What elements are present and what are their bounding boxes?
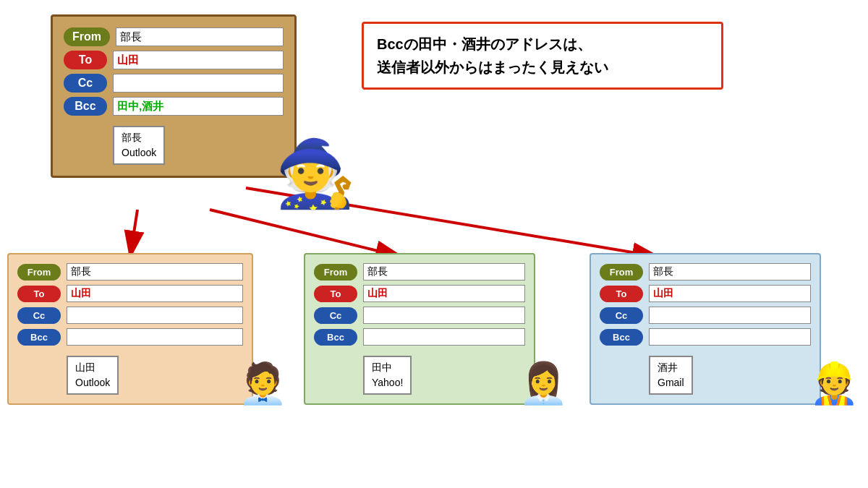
yamada-from-input[interactable]	[67, 263, 243, 281]
tanaka-card-line2: Yahoo!	[372, 375, 403, 390]
tanaka-card-line1: 田中	[372, 360, 403, 375]
sender-to-row: To	[64, 51, 284, 69]
yamada-cc-row: Cc	[17, 307, 243, 324]
sakai-to-label: To	[600, 286, 643, 302]
tanaka-name-card: 田中 Yahoo!	[363, 356, 412, 395]
yamada-to-label: To	[17, 286, 61, 302]
yamada-to-row: To	[17, 285, 243, 302]
tanaka-to-label: To	[314, 286, 357, 302]
tanaka-character: 👩‍💼	[519, 364, 569, 403]
tanaka-cc-row: Cc	[314, 307, 525, 324]
sakai-cc-input[interactable]	[649, 307, 811, 324]
sender-bcc-row: Bcc	[64, 97, 284, 116]
sakai-bcc-row: Bcc	[600, 328, 811, 346]
tanaka-cc-label: Cc	[314, 307, 357, 324]
sender-cc-row: Cc	[64, 74, 284, 93]
sender-name-card: 部長 Outlook	[113, 126, 165, 165]
sakai-from-label: From	[600, 264, 643, 281]
tanaka-from-row: From	[314, 263, 525, 281]
sender-bcc-input[interactable]	[113, 97, 284, 116]
yamada-bcc-input[interactable]	[67, 328, 243, 346]
sakai-from-input[interactable]	[649, 263, 811, 281]
tanaka-cc-input[interactable]	[363, 307, 525, 324]
yamada-card-line2: Outlook	[75, 375, 110, 390]
yamada-bcc-row: Bcc	[17, 328, 243, 346]
tanaka-bcc-row: Bcc	[314, 328, 525, 346]
sender-to-input[interactable]	[113, 51, 284, 69]
svg-line-2	[210, 210, 401, 257]
sender-email-box: From To Cc Bcc 部長 Outlook	[51, 14, 297, 178]
sakai-cc-row: Cc	[600, 307, 811, 324]
sender-from-input[interactable]	[116, 27, 284, 46]
yamada-from-label: From	[17, 264, 61, 281]
tanaka-bcc-label: Bcc	[314, 329, 357, 346]
tanaka-email-box: From To Cc Bcc 田中 Yahoo! 👩‍💼	[304, 253, 535, 405]
yamada-from-row: From	[17, 263, 243, 281]
yamada-cc-label: Cc	[17, 307, 61, 324]
annotation-line1: Bccの田中・酒井のアドレスは、	[377, 33, 708, 56]
tanaka-to-input[interactable]	[363, 285, 525, 302]
sakai-email-box: From To Cc Bcc 酒井 Gmail 👷	[590, 253, 821, 405]
tanaka-from-label: From	[314, 264, 357, 281]
sakai-cc-label: Cc	[600, 307, 643, 324]
sakai-bcc-input[interactable]	[649, 328, 811, 346]
tanaka-bcc-input[interactable]	[363, 328, 525, 346]
sakai-character: 👷	[809, 364, 859, 403]
yamada-cc-input[interactable]	[67, 307, 243, 324]
sakai-card-line1: 酒井	[658, 360, 684, 375]
sender-bcc-label: Bcc	[64, 97, 107, 116]
sender-from-row: From	[64, 27, 284, 46]
sender-to-label: To	[64, 51, 107, 69]
tanaka-from-input[interactable]	[363, 263, 525, 281]
svg-line-1	[130, 210, 137, 257]
sakai-from-row: From	[600, 263, 811, 281]
sender-cc-label: Cc	[64, 74, 107, 93]
yamada-to-input[interactable]	[67, 285, 243, 302]
yamada-name-card: 山田 Outlook	[67, 356, 119, 395]
sender-cc-input[interactable]	[113, 74, 284, 93]
yamada-character: 🧑‍💼	[238, 364, 288, 403]
sender-card-line2: Outlook	[122, 145, 156, 160]
sender-from-label: From	[64, 27, 110, 46]
tanaka-to-row: To	[314, 285, 525, 302]
annotation-box: Bccの田中・酒井のアドレスは、 送信者以外からはまったく見えない	[362, 22, 723, 90]
yamada-card-line1: 山田	[75, 360, 110, 375]
yamada-email-box: From To Cc Bcc 山田 Outlook 🧑‍💼	[7, 253, 253, 405]
sakai-name-card: 酒井 Gmail	[649, 356, 693, 395]
yamada-bcc-label: Bcc	[17, 329, 61, 346]
sakai-bcc-label: Bcc	[600, 329, 643, 346]
annotation-line2: 送信者以外からはまったく見えない	[377, 56, 708, 79]
main-container: Bccの田中・酒井のアドレスは、 送信者以外からはまったく見えない From T…	[0, 0, 868, 488]
wizard-character: 🧙	[275, 141, 356, 206]
sakai-to-row: To	[600, 285, 811, 302]
sakai-card-line2: Gmail	[658, 375, 684, 390]
sakai-to-input[interactable]	[649, 285, 811, 302]
sender-card-line1: 部長	[122, 130, 156, 145]
